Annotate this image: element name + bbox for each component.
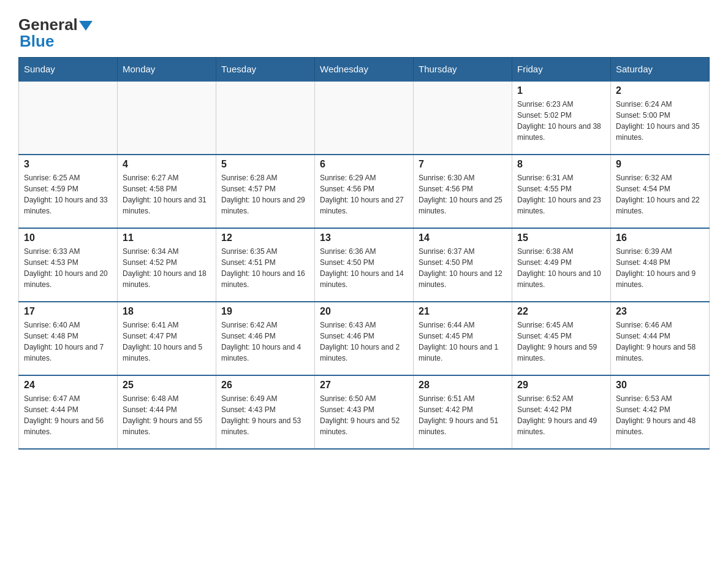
calendar-cell: 6Sunrise: 6:29 AM Sunset: 4:56 PM Daylig… xyxy=(315,155,414,228)
day-number: 25 xyxy=(123,380,211,391)
calendar-cell: 22Sunrise: 6:45 AM Sunset: 4:45 PM Dayli… xyxy=(512,302,611,375)
day-info: Sunrise: 6:45 AM Sunset: 4:45 PM Dayligh… xyxy=(517,320,605,364)
day-number: 6 xyxy=(320,159,408,170)
day-info: Sunrise: 6:36 AM Sunset: 4:50 PM Dayligh… xyxy=(320,246,408,290)
day-info: Sunrise: 6:50 AM Sunset: 4:43 PM Dayligh… xyxy=(320,393,408,437)
day-number: 2 xyxy=(616,85,704,96)
day-number: 30 xyxy=(616,380,704,391)
day-info: Sunrise: 6:40 AM Sunset: 4:48 PM Dayligh… xyxy=(24,320,112,364)
logo-blue-text: Blue xyxy=(20,32,54,51)
day-info: Sunrise: 6:25 AM Sunset: 4:59 PM Dayligh… xyxy=(24,172,112,216)
svg-marker-0 xyxy=(79,21,93,31)
calendar-table: SundayMondayTuesdayWednesdayThursdayFrid… xyxy=(18,57,710,450)
calendar-cell: 7Sunrise: 6:30 AM Sunset: 4:56 PM Daylig… xyxy=(414,155,512,228)
calendar-cell: 29Sunrise: 6:52 AM Sunset: 4:42 PM Dayli… xyxy=(512,375,611,449)
calendar-header-thursday: Thursday xyxy=(414,58,512,82)
day-number: 3 xyxy=(24,159,112,170)
calendar-cell: 24Sunrise: 6:47 AM Sunset: 4:44 PM Dayli… xyxy=(19,375,118,449)
calendar-cell: 8Sunrise: 6:31 AM Sunset: 4:55 PM Daylig… xyxy=(512,155,611,228)
day-number: 28 xyxy=(419,380,507,391)
logo: General Blue xyxy=(18,12,93,51)
day-info: Sunrise: 6:27 AM Sunset: 4:58 PM Dayligh… xyxy=(123,172,211,216)
day-info: Sunrise: 6:51 AM Sunset: 4:42 PM Dayligh… xyxy=(419,393,507,437)
calendar-cell: 19Sunrise: 6:42 AM Sunset: 4:46 PM Dayli… xyxy=(216,302,315,375)
day-info: Sunrise: 6:32 AM Sunset: 4:54 PM Dayligh… xyxy=(616,172,704,216)
day-info: Sunrise: 6:46 AM Sunset: 4:44 PM Dayligh… xyxy=(616,320,704,364)
day-number: 20 xyxy=(320,306,408,317)
day-number: 27 xyxy=(320,380,408,391)
calendar-cell: 1Sunrise: 6:23 AM Sunset: 5:02 PM Daylig… xyxy=(512,81,611,155)
calendar-cell: 16Sunrise: 6:39 AM Sunset: 4:48 PM Dayli… xyxy=(611,228,710,302)
calendar-cell: 4Sunrise: 6:27 AM Sunset: 4:58 PM Daylig… xyxy=(118,155,216,228)
calendar-cell: 14Sunrise: 6:37 AM Sunset: 4:50 PM Dayli… xyxy=(414,228,512,302)
day-info: Sunrise: 6:42 AM Sunset: 4:46 PM Dayligh… xyxy=(221,320,309,364)
day-info: Sunrise: 6:28 AM Sunset: 4:57 PM Dayligh… xyxy=(221,172,309,216)
calendar-week-row: 3Sunrise: 6:25 AM Sunset: 4:59 PM Daylig… xyxy=(19,155,710,228)
calendar-week-row: 10Sunrise: 6:33 AM Sunset: 4:53 PM Dayli… xyxy=(19,228,710,302)
calendar-week-row: 1Sunrise: 6:23 AM Sunset: 5:02 PM Daylig… xyxy=(19,81,710,155)
day-info: Sunrise: 6:43 AM Sunset: 4:46 PM Dayligh… xyxy=(320,320,408,364)
calendar-cell: 26Sunrise: 6:49 AM Sunset: 4:43 PM Dayli… xyxy=(216,375,315,449)
day-info: Sunrise: 6:29 AM Sunset: 4:56 PM Dayligh… xyxy=(320,172,408,216)
day-number: 10 xyxy=(24,232,112,243)
calendar-header-friday: Friday xyxy=(512,58,611,82)
calendar-cell xyxy=(315,81,414,155)
calendar-cell: 11Sunrise: 6:34 AM Sunset: 4:52 PM Dayli… xyxy=(118,228,216,302)
calendar-cell: 5Sunrise: 6:28 AM Sunset: 4:57 PM Daylig… xyxy=(216,155,315,228)
day-info: Sunrise: 6:24 AM Sunset: 5:00 PM Dayligh… xyxy=(616,99,704,143)
calendar-header-sunday: Sunday xyxy=(19,58,118,82)
calendar-cell: 9Sunrise: 6:32 AM Sunset: 4:54 PM Daylig… xyxy=(611,155,710,228)
day-info: Sunrise: 6:23 AM Sunset: 5:02 PM Dayligh… xyxy=(517,99,605,143)
logo-triangle-icon xyxy=(79,20,93,32)
day-number: 7 xyxy=(419,159,507,170)
calendar-week-row: 17Sunrise: 6:40 AM Sunset: 4:48 PM Dayli… xyxy=(19,302,710,375)
calendar-header-wednesday: Wednesday xyxy=(315,58,414,82)
calendar-cell: 17Sunrise: 6:40 AM Sunset: 4:48 PM Dayli… xyxy=(19,302,118,375)
day-number: 24 xyxy=(24,380,112,391)
calendar-cell: 27Sunrise: 6:50 AM Sunset: 4:43 PM Dayli… xyxy=(315,375,414,449)
day-number: 5 xyxy=(221,159,309,170)
calendar-cell: 13Sunrise: 6:36 AM Sunset: 4:50 PM Dayli… xyxy=(315,228,414,302)
day-info: Sunrise: 6:47 AM Sunset: 4:44 PM Dayligh… xyxy=(24,393,112,437)
day-info: Sunrise: 6:30 AM Sunset: 4:56 PM Dayligh… xyxy=(419,172,507,216)
calendar-cell: 12Sunrise: 6:35 AM Sunset: 4:51 PM Dayli… xyxy=(216,228,315,302)
calendar-cell: 30Sunrise: 6:53 AM Sunset: 4:42 PM Dayli… xyxy=(611,375,710,449)
calendar-cell: 15Sunrise: 6:38 AM Sunset: 4:49 PM Dayli… xyxy=(512,228,611,302)
calendar-week-row: 24Sunrise: 6:47 AM Sunset: 4:44 PM Dayli… xyxy=(19,375,710,449)
calendar-cell xyxy=(118,81,216,155)
day-number: 23 xyxy=(616,306,704,317)
day-number: 19 xyxy=(221,306,309,317)
day-info: Sunrise: 6:48 AM Sunset: 4:44 PM Dayligh… xyxy=(123,393,211,437)
day-number: 12 xyxy=(221,232,309,243)
day-number: 26 xyxy=(221,380,309,391)
day-info: Sunrise: 6:38 AM Sunset: 4:49 PM Dayligh… xyxy=(517,246,605,290)
day-info: Sunrise: 6:33 AM Sunset: 4:53 PM Dayligh… xyxy=(24,246,112,290)
day-number: 1 xyxy=(517,85,605,96)
day-number: 21 xyxy=(419,306,507,317)
day-number: 8 xyxy=(517,159,605,170)
day-number: 29 xyxy=(517,380,605,391)
calendar-cell: 3Sunrise: 6:25 AM Sunset: 4:59 PM Daylig… xyxy=(19,155,118,228)
calendar-cell: 21Sunrise: 6:44 AM Sunset: 4:45 PM Dayli… xyxy=(414,302,512,375)
day-info: Sunrise: 6:44 AM Sunset: 4:45 PM Dayligh… xyxy=(419,320,507,364)
day-number: 18 xyxy=(123,306,211,317)
day-number: 16 xyxy=(616,232,704,243)
day-number: 4 xyxy=(123,159,211,170)
day-info: Sunrise: 6:39 AM Sunset: 4:48 PM Dayligh… xyxy=(616,246,704,290)
day-number: 17 xyxy=(24,306,112,317)
day-number: 22 xyxy=(517,306,605,317)
day-info: Sunrise: 6:49 AM Sunset: 4:43 PM Dayligh… xyxy=(221,393,309,437)
calendar-cell: 23Sunrise: 6:46 AM Sunset: 4:44 PM Dayli… xyxy=(611,302,710,375)
calendar-cell: 25Sunrise: 6:48 AM Sunset: 4:44 PM Dayli… xyxy=(118,375,216,449)
day-info: Sunrise: 6:53 AM Sunset: 4:42 PM Dayligh… xyxy=(616,393,704,437)
calendar-cell: 10Sunrise: 6:33 AM Sunset: 4:53 PM Dayli… xyxy=(19,228,118,302)
day-number: 13 xyxy=(320,232,408,243)
calendar-cell xyxy=(19,81,118,155)
calendar-cell: 20Sunrise: 6:43 AM Sunset: 4:46 PM Dayli… xyxy=(315,302,414,375)
calendar-header-tuesday: Tuesday xyxy=(216,58,315,82)
day-info: Sunrise: 6:34 AM Sunset: 4:52 PM Dayligh… xyxy=(123,246,211,290)
calendar-header-monday: Monday xyxy=(118,58,216,82)
calendar-cell xyxy=(414,81,512,155)
day-number: 11 xyxy=(123,232,211,243)
day-number: 14 xyxy=(419,232,507,243)
